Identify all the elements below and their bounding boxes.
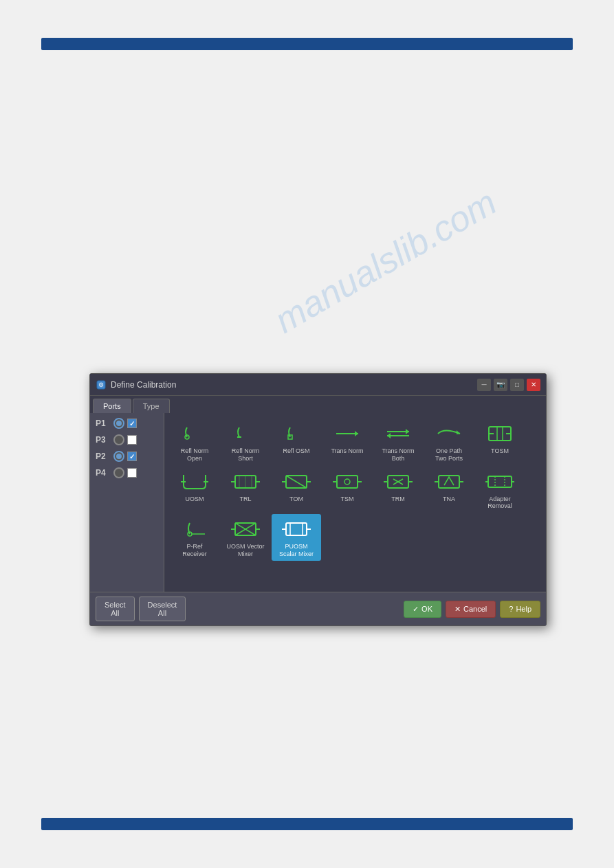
uosm-vector-mixer-icon [230,517,261,542]
uosm-vector-mixer-label: UOSM VectorMixer [226,543,264,558]
cal-type-puosm-scalar-mixer[interactable]: PUOSMScalar Mixer [272,514,321,561]
dialog-footer: SelectAll DeselectAll ✓ OK ✕ Cancel ? He… [90,592,546,625]
cancel-label: Cancel [463,605,487,613]
cal-type-one-path-two-ports[interactable]: One PathTwo Ports [424,419,474,465]
trm-label: TRM [391,496,405,503]
port-p2-checkbox[interactable] [127,452,137,461]
dialog-titlebar: ⚙ Define Calibration ─ 📷 □ ✕ [90,374,546,396]
tna-icon [434,469,464,494]
refl-norm-open-icon [179,421,210,446]
port-p1-radio-inner [116,421,122,426]
svg-point-23 [344,479,350,485]
cal-types-grid: Refl NormOpen Refl NormShort [170,419,540,561]
cal-type-trm[interactable]: TRM [373,467,423,513]
port-p2-item: P2 [93,449,161,464]
maximize-button[interactable]: □ [510,379,524,391]
deselect-all-label: DeselectAll [148,601,177,617]
trl-label: TRL [239,496,251,503]
titlebar-controls: ─ 📷 □ ✕ [477,379,540,391]
cal-type-tosm[interactable]: TOSM [475,419,525,465]
tsm-label: TSM [341,496,354,503]
svg-rect-28 [488,476,512,487]
tosm-label: TOSM [491,447,509,455]
trans-norm-both-label: Trans NormBoth [382,447,414,463]
uosm-icon [179,469,210,494]
cancel-button[interactable]: ✕ Cancel [446,601,496,618]
tosm-icon [485,421,515,446]
footer-left-buttons: SelectAll DeselectAll [96,597,186,621]
port-p3-label: P3 [96,435,111,445]
refl-norm-open-label: Refl NormOpen [181,447,209,463]
dialog-title: Define Calibration [111,380,477,390]
cal-type-tna[interactable]: TNA [424,467,474,513]
port-p2-radio[interactable] [113,451,124,462]
close-button[interactable]: ✕ [527,379,540,391]
cal-type-refl-osm[interactable]: Refl OSM [272,419,321,465]
trl-icon [230,469,261,494]
ok-checkmark-icon: ✓ [413,605,419,614]
minimize-button[interactable]: ─ [477,379,491,391]
dialog-content: P1 P3 P2 P4 [90,413,546,592]
type-panel: Refl NormOpen Refl NormShort [164,413,546,592]
cal-type-uosm-vector-mixer[interactable]: UOSM VectorMixer [221,514,270,561]
uosm-label: UOSM [186,496,204,503]
refl-norm-short-icon [230,421,261,446]
port-p3-item: P3 [93,432,161,447]
trans-norm-icon [332,421,362,446]
tab-ports[interactable]: Ports [93,399,131,413]
trans-norm-label: Trans Norm [331,447,363,455]
cal-type-tsm[interactable]: TSM [322,467,372,513]
tna-label: TNA [443,496,455,503]
select-all-button[interactable]: SelectAll [96,597,135,621]
port-p1-label: P1 [96,419,111,428]
port-p1-radio[interactable] [113,418,124,429]
puosm-scalar-mixer-label: PUOSMScalar Mixer [279,543,314,558]
port-p4-checkbox[interactable] [127,468,137,478]
port-p1-item: P1 [93,416,161,431]
svg-marker-8 [406,429,409,434]
port-p4-radio[interactable] [113,467,124,478]
deselect-all-button[interactable]: DeselectAll [139,597,186,621]
refl-norm-short-label: Refl NormShort [232,447,260,463]
svg-line-21 [286,476,307,488]
bottom-bar [41,818,573,830]
snapshot-button[interactable]: 📷 [494,379,507,391]
puosm-scalar-mixer-icon [281,517,311,542]
svg-marker-11 [457,430,460,434]
help-icon: ? [509,605,513,613]
trans-norm-both-icon [383,421,413,446]
cal-type-p-ref-receiver[interactable]: P-RefReceiver [170,514,219,561]
p-ref-receiver-icon [179,517,210,542]
cal-type-trans-norm[interactable]: Trans Norm [322,419,372,465]
tab-type[interactable]: Type [133,399,170,413]
select-all-label: SelectAll [105,601,126,617]
footer-right-buttons: ✓ OK ✕ Cancel ? Help [404,601,540,618]
svg-rect-36 [286,523,307,535]
trm-icon [383,469,413,494]
ports-panel: P1 P3 P2 P4 [90,413,164,592]
ok-button[interactable]: ✓ OK [404,601,441,618]
cal-type-tom[interactable]: TOM [272,467,321,513]
port-p3-checkbox[interactable] [127,435,137,445]
svg-rect-22 [337,476,358,488]
dialog-icon: ⚙ [96,379,107,390]
port-p4-label: P4 [96,468,111,478]
port-p1-checkbox[interactable] [127,419,137,428]
help-button[interactable]: ? Help [500,601,540,618]
svg-marker-10 [387,433,391,438]
port-p3-radio[interactable] [113,434,124,445]
cal-type-trl[interactable]: TRL [221,467,270,513]
tsm-icon [332,469,362,494]
ok-label: OK [421,605,432,613]
cal-type-adapter-removal[interactable]: AdapterRemoval [475,467,525,513]
refl-osm-icon [281,421,311,446]
one-path-two-ports-icon [434,421,464,446]
cancel-x-icon: ✕ [454,605,461,614]
dialog-tabs: Ports Type [90,396,546,413]
cal-type-refl-norm-open[interactable]: Refl NormOpen [170,419,219,465]
cal-type-refl-norm-short[interactable]: Refl NormShort [221,419,270,465]
cal-type-uosm[interactable]: UOSM [170,467,219,513]
cal-type-trans-norm-both[interactable]: Trans NormBoth [373,419,423,465]
svg-marker-6 [355,431,358,436]
adapter-removal-label: AdapterRemoval [487,496,512,511]
